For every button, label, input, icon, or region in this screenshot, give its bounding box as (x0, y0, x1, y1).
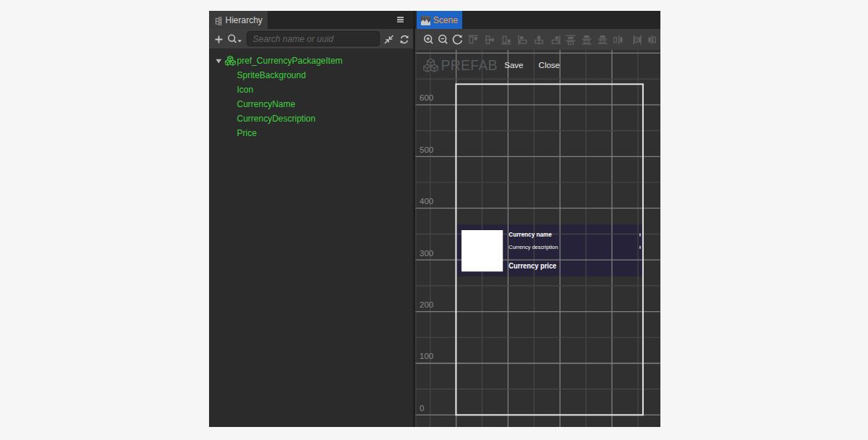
svg-text:600: 600 (420, 93, 433, 102)
svg-text:Currency description: Currency description (509, 245, 558, 250)
svg-text:0: 0 (420, 404, 424, 412)
svg-text:500: 500 (420, 145, 433, 154)
svg-text:Currency price: Currency price (509, 261, 556, 270)
svg-text:100: 100 (420, 352, 433, 360)
svg-text:400: 400 (420, 197, 433, 206)
svg-text:200: 200 (420, 300, 433, 309)
svg-text:Currency name: Currency name (509, 230, 552, 238)
svg-text:300: 300 (420, 249, 433, 258)
